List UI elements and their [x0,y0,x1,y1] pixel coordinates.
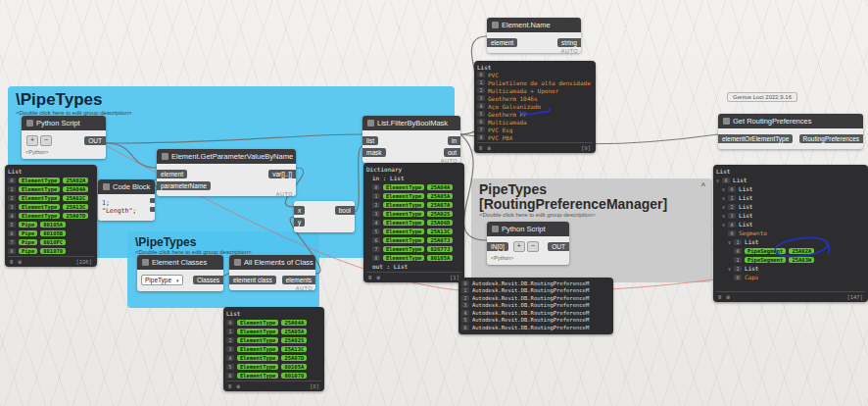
watch-row: 3ElementType25A13C [8,202,94,211]
code-line[interactable]: "Length"; [102,207,151,215]
python-icon [492,226,499,232]
list-icon [367,120,374,127]
watch-row: ∨0List [716,176,865,184]
node-element-name[interactable]: Element.Name element string AUTO [487,18,581,53]
port-out[interactable] [150,198,155,203]
dynamo-canvas[interactable]: \PipeTypes <Double click here to edit gr… [0,0,868,406]
port-x[interactable]: x [294,206,305,215]
node-title: Code Block [113,182,150,191]
watch-footer-icons[interactable] [479,145,492,151]
package-icon [723,118,730,125]
port-out[interactable] [150,207,155,212]
port-parameter-name[interactable]: parameterName [157,181,211,190]
node-element-classes[interactable]: Element Classes PipeType ▾ Classes [137,255,223,291]
watch-row: 0ElementType25A04A [226,318,321,327]
watch-routing-preferences-tree[interactable]: List∨0List∨0List∨1List∨2List∨3List∨4List… [713,165,868,302]
python-add-input-button[interactable]: + [26,135,38,146]
watch-row: 0Autodesk.Revit.DB.RoutingPreferenceM [461,279,610,287]
port-element[interactable]: element [487,38,517,47]
node-get-parameter-value-by-name[interactable]: Element.GetParameterValueByName element … [157,149,296,196]
group-collapse-icon[interactable]: ^ [695,178,712,194]
watch-row: 0Segmento [716,228,865,237]
watch-footer-icons[interactable] [718,294,731,300]
watch-count: [147] [846,294,863,300]
node-get-routing-preferences[interactable]: Get RoutingPreferences elementOrElementT… [718,114,863,149]
node-title: Element.GetParameterValueByName [171,152,293,161]
watch-row: 0Caps [716,273,865,281]
watch-row: ∨2List [716,264,865,273]
watch-row: List [226,309,321,318]
port-element-or-element-type[interactable]: elementOrElementType [718,134,793,143]
watch-class-elements[interactable]: List0ElementType25A04A1ElementType25A05A… [223,307,324,391]
watch-row: ∨0List [716,184,865,193]
port-routing-preferences[interactable]: RoutingPreferences [799,134,863,143]
watch-pipe-type-names[interactable]: List0PVC1Polietileno de alta densidade2M… [474,61,596,153]
port-string[interactable]: string [557,38,581,47]
function-icon [162,153,169,160]
node-python-script-2[interactable]: Python Script IN[0] + − OUT <Python> [487,222,569,265]
watch-row: 7PVC Esg [477,126,593,133]
watch-routing-preference-managers[interactable]: 0Autodesk.Revit.DB.RoutingPreferenceM1Au… [458,278,613,334]
watch-count: [226] [75,259,92,265]
port-in0[interactable]: IN[0] [487,242,508,251]
port-out[interactable]: out [444,148,460,157]
port-out[interactable]: OUT [84,136,106,145]
watch-footer-icons[interactable] [228,383,241,389]
watch-row: 1ElementType25A05A [366,191,461,200]
watch-row: 3Geotherm 1046s [477,94,593,102]
watch-row: in : List [366,174,461,182]
group-subtitle[interactable]: <Double click here to edit group descrip… [471,212,712,218]
port-elements[interactable]: elements [282,276,315,284]
watch-row: 0PVC [477,71,593,78]
watch-row: 8PVC PBA [477,133,593,141]
port-element-class[interactable]: element class [229,276,276,284]
watch-row: 2ElementType25A02C [8,193,94,202]
watch-row: ∨1List [716,193,865,202]
watch-row: 6ElementType801070 [226,371,321,380]
lacing-label[interactable]: AUTO [276,191,293,197]
watch-row: ∨2List [716,202,865,211]
port-in[interactable]: in [448,136,460,145]
node-title: Python Script [502,225,546,233]
watch-row: 4Aço Galvanizado [477,102,593,110]
elements-icon [234,259,241,266]
port-list[interactable]: list [362,136,378,145]
node-equals[interactable]: x bool y [294,201,355,232]
port-y[interactable]: y [294,218,305,227]
python-remove-input-button[interactable]: − [527,241,539,252]
watch-row: 5Autodesk.Revit.DB.RoutingPreferenceM [461,317,610,325]
watch-footer-icons[interactable] [368,275,381,280]
watch-row: 4ElementType25A06D [366,218,461,227]
code-line[interactable]: 1; [102,199,151,207]
lacing-label[interactable]: AUTO [561,48,578,54]
watch-footer-icons[interactable] [10,259,23,265]
port-bool[interactable]: bool [335,206,355,215]
watch-row: List [477,63,593,71]
port-classes[interactable]: Classes [193,276,223,284]
python-add-input-button[interactable]: + [513,241,525,252]
node-python-script-1[interactable]: Python Script + − OUT <Python> [22,116,106,159]
port-mask[interactable]: mask [362,148,386,157]
lacing-label[interactable]: AUTO [296,285,313,291]
watch-row: 3ElementType25A13C [226,344,321,353]
watch-dictionary[interactable]: Dictionaryin : List0ElementType25A04A1El… [363,163,464,282]
node-all-elements-of-class[interactable]: All Elements of Class element class elem… [229,255,315,290]
node-code-block[interactable]: Code Block 1; "Length"; [98,179,155,221]
watch-row: 7ElementType82677J [366,244,461,253]
watch-row: 5ElementType25A13C [366,227,461,235]
node-title: All Elements of Class [244,258,313,267]
port-var-output[interactable]: var[]..[] [268,170,296,178]
watch-row: 0PipeSegment25A02A [716,246,865,255]
port-element[interactable]: element [157,170,187,178]
class-dropdown[interactable]: PipeType ▾ [141,275,183,285]
watch-row: 8ElementType80105A [366,253,461,262]
group-title-line2: [RoutingPreferenceManager] [471,197,675,212]
port-out[interactable]: OUT [548,242,569,251]
node-filter-by-bool-mask[interactable]: List.FilterByBoolMask list in mask out A… [362,116,460,163]
watch-row: 0ElementType25A02A [8,176,94,184]
watch-row: 1Autodesk.Revit.DB.RoutingPreferenceM [461,287,610,295]
python-engine-label: <Python> [487,254,569,261]
watch-element-types[interactable]: List0ElementType25A02A1ElementType25A04A… [5,165,97,267]
watch-row: List [8,167,94,176]
python-remove-input-button[interactable]: − [40,135,52,146]
